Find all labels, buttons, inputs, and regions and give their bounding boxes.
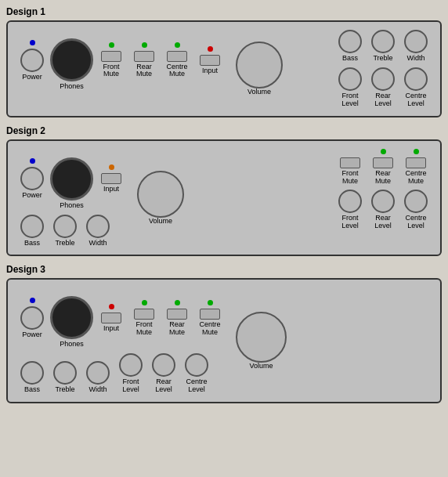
front-level-group-d3: FrontLevel [116, 353, 146, 394]
centre-level-group-d1: CentreLevel [401, 67, 431, 108]
rear-mute-group-d1: RearMute [129, 42, 159, 79]
phones-knob-d3[interactable] [50, 296, 93, 339]
phones-group-d3: Phones [50, 287, 93, 349]
bass-label-d1: Bass [342, 55, 358, 63]
volume-section-d1: Volume [236, 30, 283, 108]
design1-panel: Power Phones FrontMute [6, 20, 442, 117]
front-level-knob-d2[interactable] [338, 190, 362, 213]
centre-mute-group-d2: CentreMute [401, 149, 431, 186]
volume-section-d3: Volume [236, 287, 287, 394]
rear-mute-dot-d1 [142, 42, 147, 48]
bass-group-d3: Bass [17, 361, 47, 394]
power-knob-d1[interactable] [20, 49, 44, 72]
front-mute-btn-d2[interactable] [340, 157, 360, 168]
rear-level-group-d3: RearLevel [149, 353, 179, 394]
right-section-d2: FrontMute RearMute CentreMute FrontLevel [335, 149, 431, 248]
input-btn-d2[interactable] [101, 173, 121, 184]
front-level-knob-d1[interactable] [338, 67, 362, 91]
volume-label-d3: Volume [249, 363, 273, 370]
treble-group-d2: Treble [50, 215, 80, 248]
left-section-d3: Power Phones Input FrontMute [17, 287, 225, 394]
treble-label-d3: Treble [55, 386, 74, 394]
power-label-d1: Power [22, 74, 42, 81]
centre-level-label-d1: CentreLevel [405, 92, 426, 108]
power-knob-d3[interactable] [20, 306, 44, 330]
treble-group-d1: Treble [368, 30, 398, 63]
front-level-label-d3: FrontLevel [122, 378, 139, 394]
centre-mute-group-d1: CentreMute [162, 42, 192, 79]
power-dot-d1 [30, 40, 35, 45]
centre-mute-dot-d3 [208, 300, 213, 305]
input-label-d1: Input [202, 67, 218, 75]
right-section-d1: Bass Treble Width FrontLevel R [335, 30, 431, 108]
rear-level-group-d1: RearLevel [368, 67, 398, 108]
front-mute-label-d2: FrontMute [341, 170, 358, 186]
width-knob-d2[interactable] [86, 215, 110, 238]
rear-level-label-d3: RearLevel [155, 378, 172, 394]
bass-knob-d2[interactable] [20, 215, 44, 238]
centre-level-knob-d3[interactable] [185, 353, 208, 377]
centre-level-label-d3: CentreLevel [186, 378, 207, 394]
volume-knob-d3[interactable] [236, 312, 287, 363]
input-btn-d1[interactable] [200, 55, 220, 66]
rear-level-knob-d1[interactable] [371, 67, 395, 91]
front-level-group-d1: FrontLevel [335, 67, 365, 108]
treble-label-d1: Treble [373, 55, 392, 63]
rear-level-label-d1: RearLevel [374, 92, 392, 108]
phones-group-d2: Phones [50, 149, 93, 210]
front-mute-btn-d3[interactable] [134, 309, 154, 320]
rear-level-knob-d2[interactable] [371, 190, 395, 213]
power-dot-d3 [30, 298, 35, 303]
phones-label-d2: Phones [60, 202, 84, 210]
rear-mute-btn-d3[interactable] [167, 309, 187, 320]
power-knob-d2[interactable] [20, 167, 44, 190]
rear-level-label-d2: RearLevel [374, 215, 392, 230]
front-mute-dot-d1 [109, 42, 114, 48]
bass-label-d2: Bass [24, 240, 40, 248]
front-level-knob-d3[interactable] [119, 353, 143, 377]
front-mute-group-d2: FrontMute [335, 149, 365, 186]
input-btn-d3[interactable] [101, 313, 121, 323]
centre-level-knob-d2[interactable] [404, 190, 428, 213]
phones-knob-d1[interactable] [50, 38, 93, 81]
input-dot-d1 [208, 46, 213, 52]
front-mute-dot-d3 [142, 300, 147, 305]
centre-mute-btn-d1[interactable] [167, 51, 187, 62]
treble-knob-d3[interactable] [53, 361, 77, 385]
input-group-d2: Input [96, 164, 126, 193]
front-mute-btn-d1[interactable] [101, 51, 121, 62]
left-section-d2: Power Phones Input Bass [17, 149, 126, 248]
rear-mute-btn-d1[interactable] [134, 51, 154, 62]
bass-group-d1: Bass [335, 30, 365, 63]
bass-label-d3: Bass [24, 386, 40, 394]
width-group-d3: Width [83, 361, 113, 394]
treble-knob-d2[interactable] [53, 215, 77, 238]
rear-level-knob-d3[interactable] [152, 353, 175, 377]
rear-mute-label-d1: RearMute [136, 63, 152, 79]
phones-knob-d2[interactable] [50, 157, 93, 201]
bass-knob-d3[interactable] [20, 361, 44, 385]
input-dot-d2 [109, 164, 114, 170]
bass-group-d2: Bass [17, 215, 47, 248]
input-label-d3: Input [103, 325, 119, 333]
centre-level-knob-d1[interactable] [404, 67, 428, 91]
front-mute-label-d1: FrontMute [103, 63, 119, 79]
bass-knob-d1[interactable] [338, 30, 362, 53]
width-group-d1: Width [401, 30, 431, 63]
centre-mute-label-d3: CentreMute [199, 321, 220, 337]
volume-knob-d2[interactable] [137, 171, 184, 218]
treble-knob-d1[interactable] [371, 30, 395, 53]
phones-knob-group-d1: Phones [50, 30, 93, 91]
rear-mute-btn-d2[interactable] [373, 157, 393, 168]
centre-mute-btn-d2[interactable] [406, 157, 426, 168]
volume-knob-d1[interactable] [236, 42, 283, 89]
width-knob-d3[interactable] [86, 361, 110, 385]
rear-level-group-d2: RearLevel [368, 190, 398, 230]
centre-mute-btn-d3[interactable] [200, 309, 220, 320]
design3-label: Design 3 [6, 264, 442, 275]
input-label-d2: Input [103, 186, 119, 193]
power-label-d3: Power [22, 331, 42, 339]
width-knob-d1[interactable] [404, 30, 428, 53]
treble-group-d3: Treble [50, 361, 80, 394]
power-label-d2: Power [22, 192, 42, 200]
